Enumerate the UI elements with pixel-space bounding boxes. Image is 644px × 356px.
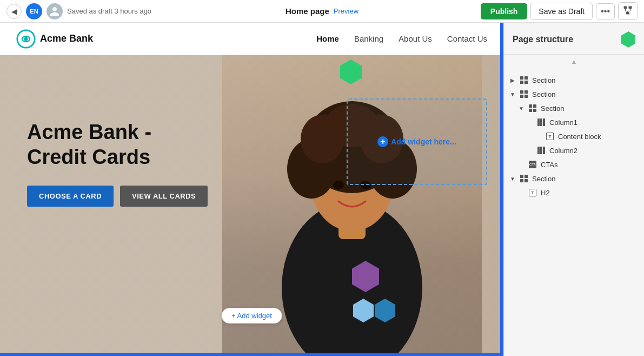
tree-item-section3[interactable]: ▼ Section [504, 101, 644, 115]
tree-item-column1[interactable]: ▶ Column1 [504, 115, 644, 129]
section3-icon [528, 103, 537, 113]
back-icon: ◀ [11, 7, 17, 16]
widget-dropzone[interactable]: + Add widget here... [347, 98, 487, 185]
svg-point-18 [333, 181, 344, 189]
site-logo-text: Acme Bank [40, 33, 93, 44]
hero-title: Acme Bank - Credit Cards [27, 120, 208, 169]
tree-item-column2[interactable]: ▶ Column2 [504, 143, 644, 157]
add-widget-label: Add widget here... [391, 137, 456, 146]
selection-border-bottom [0, 353, 500, 356]
publish-button[interactable]: Publish [481, 3, 528, 19]
back-button[interactable]: ◀ [6, 4, 22, 19]
language-badge[interactable]: EN [26, 3, 42, 19]
user-icon [49, 6, 60, 17]
svg-point-8 [24, 37, 28, 41]
user-avatar[interactable] [47, 3, 63, 19]
content-block-icon: T [545, 131, 555, 141]
add-widget-inline-button[interactable]: + Add widget here... [377, 136, 456, 147]
nav-about[interactable]: About Us [399, 34, 432, 43]
nav-banking[interactable]: Banking [354, 34, 383, 43]
section1-icon [519, 75, 529, 85]
site-navigation: Acme Bank Home Banking About Us Contact … [0, 23, 503, 55]
save-draft-button[interactable]: Save as Draft [530, 3, 593, 20]
section2-icon [519, 89, 529, 99]
hex-green [340, 60, 362, 84]
topbar: ◀ EN Saved as draft 3 hours ago Home pag… [0, 0, 644, 23]
hex-purple [352, 261, 379, 292]
h2-label: H2 [541, 189, 550, 197]
structure-hex-icon [621, 31, 635, 48]
svg-rect-2 [626, 12, 629, 15]
tree-item-section4[interactable]: ▼ Section [504, 172, 644, 186]
topbar-right: Publish Save as Draft ••• [481, 2, 638, 20]
h2-icon: T [528, 188, 537, 197]
hero-section: Acme Bank - Credit Cards CHOOSE A CARD V… [0, 55, 503, 356]
selection-border-right [500, 23, 503, 356]
section3-label: Section [541, 104, 564, 113]
section4-label: Section [532, 175, 555, 183]
logo-icon [16, 29, 36, 49]
ctas-label: CTAs [541, 161, 558, 169]
column1-label: Column1 [549, 118, 577, 127]
scroll-up-indicator[interactable]: ▲ [504, 55, 644, 69]
section4-icon [519, 174, 529, 183]
content-block-label: Content block [558, 133, 601, 141]
add-widget-bar[interactable]: + Add widget [221, 308, 282, 324]
svg-rect-0 [624, 6, 627, 9]
toggle-section2[interactable]: ▼ [508, 90, 517, 98]
ctas-icon: CTA [528, 160, 537, 169]
more-options-button[interactable]: ••• [596, 3, 615, 19]
topbar-center: Home page Preview [286, 6, 358, 16]
site-logo: Acme Bank [16, 29, 93, 49]
tree-item-content-block[interactable]: ▶ T Content block [504, 129, 644, 143]
section1-label: Section [532, 76, 555, 84]
preview-link[interactable]: Preview [334, 7, 358, 15]
choose-card-button[interactable]: CHOOSE A CARD [27, 186, 114, 207]
toggle-section1[interactable]: ▶ [508, 76, 517, 84]
structure-tree: ▶ Section ▼ Section ▼ Section [504, 69, 644, 356]
sitemap-button[interactable] [618, 2, 638, 20]
plus-circle-icon: + [377, 136, 388, 147]
toggle-section4[interactable]: ▼ [508, 174, 517, 183]
hero-buttons: CHOOSE A CARD VIEW ALL CARDS [27, 186, 208, 207]
section2-label: Section [532, 90, 555, 98]
hex-lightblue [353, 299, 374, 322]
sitemap-icon [623, 5, 633, 15]
column1-icon [536, 117, 546, 127]
main-layout: Acme Bank Home Banking About Us Contact … [0, 23, 644, 356]
draft-status: Saved as draft 3 hours ago [67, 7, 151, 15]
tree-item-section2[interactable]: ▼ Section [504, 87, 644, 101]
add-widget-bar-label: + Add widget [231, 312, 272, 320]
hero-content: Acme Bank - Credit Cards CHOOSE A CARD V… [27, 120, 208, 207]
tree-item-section1[interactable]: ▶ Section [504, 73, 644, 87]
hex-blue [375, 299, 395, 322]
toggle-section3[interactable]: ▼ [517, 104, 526, 113]
structure-panel: Page structure ▲ ▶ Section ▼ Section [503, 23, 644, 356]
topbar-left: ◀ EN Saved as draft 3 hours ago [6, 3, 475, 19]
site-nav-links: Home Banking About Us Contact Us [316, 34, 487, 43]
structure-panel-header: Page structure [504, 23, 644, 55]
structure-panel-title: Page structure [513, 35, 573, 44]
nav-home[interactable]: Home [316, 34, 339, 43]
nav-contact[interactable]: Contact Us [447, 34, 487, 43]
tree-item-ctas[interactable]: ▶ CTA CTAs [504, 157, 644, 172]
canvas-area: Acme Bank Home Banking About Us Contact … [0, 23, 503, 356]
page-title: Home page [286, 6, 329, 16]
view-cards-button[interactable]: VIEW ALL CARDS [120, 186, 208, 207]
column2-icon [536, 146, 546, 155]
svg-rect-1 [629, 6, 632, 9]
tree-item-h2[interactable]: ▶ T H2 [504, 186, 644, 200]
column2-label: Column2 [549, 147, 577, 155]
